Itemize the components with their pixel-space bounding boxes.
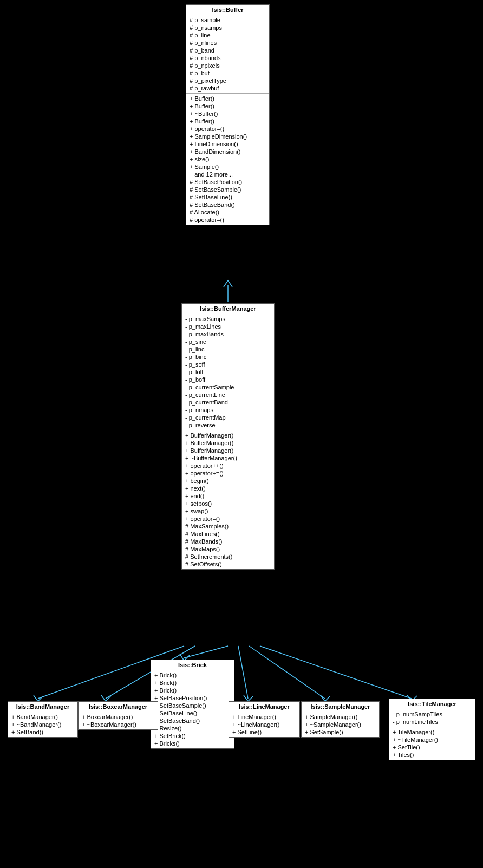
bandmanager-title: Isis::BandManager: [8, 702, 77, 712]
svg-line-6: [260, 646, 412, 699]
buffermanager-attributes: - p_maxSamps - p_maxLines - p_maxBands -…: [182, 314, 274, 430]
brick-box: Isis::Brick + Brick() + Brick() + Brick(…: [151, 660, 234, 749]
samplemanager-box: Isis::SampleManager + SampleManager() + …: [301, 701, 380, 738]
bandmanager-box: Isis::BandManager + BandManager() + ~Ban…: [8, 701, 78, 738]
tilemanager-title: Isis::TileManager: [389, 699, 475, 709]
buffer-title: Isis::Buffer: [186, 5, 269, 15]
buffermanager-box: Isis::BufferManager - p_maxSamps - p_max…: [181, 303, 275, 570]
buffer-methods: + Buffer() + Buffer() + ~Buffer() + Buff…: [186, 94, 269, 225]
buffermanager-methods: + BufferManager() + BufferManager() + Bu…: [182, 430, 274, 569]
tilemanager-box: Isis::TileManager - p_numSampTiles - p_n…: [389, 699, 475, 760]
samplemanager-methods: + SampleManager() + ~SampleManager() + S…: [302, 712, 379, 737]
boxcarmanager-methods: + BoxcarManager() + ~BoxcarManager(): [79, 712, 158, 729]
tilemanager-methods: + TileManager() + ~TileManager() + SetTi…: [389, 727, 475, 760]
bandmanager-methods: + BandManager() + ~BandManager() + SetBa…: [8, 712, 77, 737]
boxcarmanager-box: Isis::BoxcarManager + BoxcarManager() + …: [78, 701, 158, 730]
linemanager-title: Isis::LineManager: [229, 702, 299, 712]
samplemanager-title: Isis::SampleManager: [302, 702, 379, 712]
svg-line-4: [238, 646, 248, 699]
buffermanager-title: Isis::BufferManager: [182, 304, 274, 314]
linemanager-methods: + LineManager() + ~LineManager() + SetLi…: [229, 712, 299, 737]
svg-line-5: [249, 646, 325, 699]
buffer-box: Isis::Buffer # p_sample # p_nsamps # p_l…: [186, 4, 270, 225]
buffer-attributes: # p_sample # p_nsamps # p_line # p_nline…: [186, 15, 269, 94]
svg-line-1: [184, 646, 228, 658]
brick-title: Isis::Brick: [151, 660, 234, 670]
linemanager-box: Isis::LineManager + LineManager() + ~Lin…: [229, 701, 300, 738]
tilemanager-attributes: - p_numSampTiles - p_numLineTiles: [389, 709, 475, 727]
boxcarmanager-title: Isis::BoxcarManager: [79, 702, 158, 712]
brick-methods: + Brick() + Brick() + Brick() + SetBaseP…: [151, 670, 234, 748]
